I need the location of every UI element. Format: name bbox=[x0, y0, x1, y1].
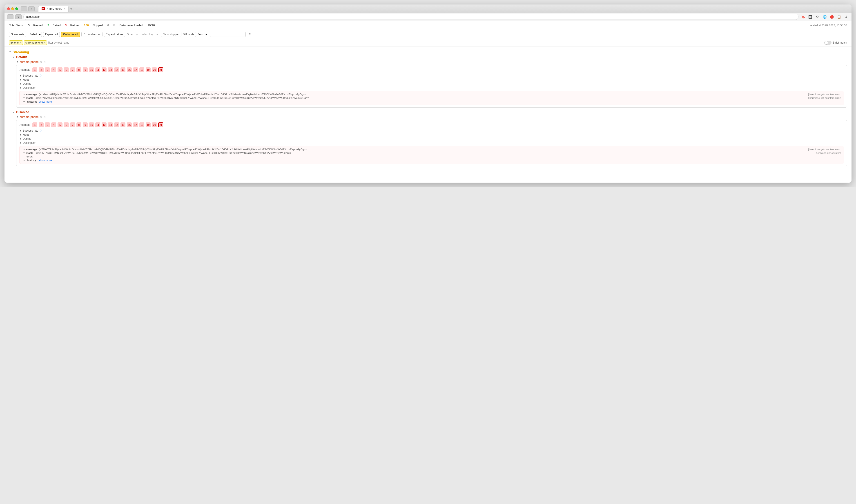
search-input[interactable] bbox=[210, 32, 246, 37]
filter-tag-chrome-phone-close[interactable]: ✕ bbox=[43, 41, 46, 44]
default-eye-icon[interactable]: 👁 bbox=[40, 61, 42, 63]
dis-attempt-4[interactable]: 4 bbox=[51, 122, 56, 127]
extension-icon3[interactable]: 🌐 bbox=[822, 14, 827, 20]
filter-tag-chrome-phone[interactable]: chrome-phone ✕ bbox=[24, 40, 47, 45]
show-tests-button[interactable]: Show tests bbox=[9, 32, 26, 37]
show-tests-select[interactable]: Failed bbox=[28, 32, 42, 37]
disabled-share-icon[interactable]: ⎘ bbox=[44, 116, 46, 119]
attempt-18[interactable]: 18 bbox=[139, 67, 144, 72]
browser-tab[interactable]: M HTML report ✕ bbox=[38, 6, 69, 12]
dis-meta-chevron[interactable]: ▼ bbox=[20, 133, 22, 136]
dis-message-chevron[interactable]: ▼ bbox=[23, 148, 25, 151]
dis-attempt-10[interactable]: 10 bbox=[89, 122, 94, 127]
dis-attempt-13[interactable]: 13 bbox=[108, 122, 113, 127]
dis-attempt-14[interactable]: 14 bbox=[114, 122, 119, 127]
attempt-2[interactable]: 2 bbox=[39, 67, 43, 72]
dis-attempt-6[interactable]: 6 bbox=[64, 122, 69, 127]
attempt-4[interactable]: 4 bbox=[51, 67, 56, 72]
attempt-20[interactable]: 20 bbox=[152, 67, 157, 72]
success-rate-chevron[interactable]: ▼ bbox=[20, 75, 22, 77]
back-button[interactable]: ‹ bbox=[21, 6, 27, 11]
stack-chevron[interactable]: ▼ bbox=[23, 97, 25, 99]
expand-retries-button[interactable]: Expand retries bbox=[104, 32, 125, 37]
history-show-more[interactable]: show more bbox=[39, 100, 52, 103]
success-rate-row[interactable]: ▼ Success rate ? bbox=[20, 74, 844, 77]
attempt-15[interactable]: 15 bbox=[121, 67, 125, 72]
attempt-12[interactable]: 12 bbox=[102, 67, 107, 72]
attempt-1[interactable]: 1 bbox=[32, 67, 37, 72]
attempt-14[interactable]: 14 bbox=[114, 67, 119, 72]
attempt-7[interactable]: 7 bbox=[70, 67, 75, 72]
attempt-8[interactable]: 8 bbox=[76, 67, 81, 72]
dis-attempt-5[interactable]: 5 bbox=[57, 122, 63, 127]
new-tab-button[interactable]: + bbox=[69, 6, 74, 12]
attempt-11[interactable]: 11 bbox=[95, 67, 100, 72]
dis-attempt-19[interactable]: 19 bbox=[146, 122, 151, 127]
filter-test-name-input[interactable] bbox=[48, 41, 82, 44]
streaming-chevron[interactable]: ▼ bbox=[9, 51, 11, 53]
dis-attempt-2[interactable]: 2 bbox=[39, 122, 43, 127]
dis-attempt-9[interactable]: 9 bbox=[83, 122, 88, 127]
dis-description-chevron[interactable]: ▼ bbox=[20, 142, 22, 144]
expand-errors-button[interactable]: Expand errors bbox=[81, 32, 102, 37]
attempt-17[interactable]: 17 bbox=[133, 67, 138, 72]
default-chevron[interactable]: ▼ bbox=[13, 56, 15, 58]
dis-meta-row[interactable]: ▼ Meta bbox=[20, 133, 844, 136]
dumps-row[interactable]: ▼ Dumps bbox=[20, 82, 844, 85]
attempt-5[interactable]: 5 bbox=[57, 67, 63, 72]
dis-attempt-1[interactable]: 1 bbox=[32, 122, 37, 127]
browser-back-icon[interactable]: ← bbox=[7, 14, 14, 19]
attempt-3[interactable]: 3 bbox=[45, 67, 50, 72]
disabled-eye-icon[interactable]: 👁 bbox=[40, 116, 42, 119]
bookmark-icon[interactable]: 🔖 bbox=[800, 14, 806, 20]
maximize-button[interactable] bbox=[15, 7, 18, 10]
success-rate-help-icon[interactable]: ? bbox=[40, 74, 41, 77]
default-chrome-phone-chevron[interactable]: ▼ bbox=[16, 61, 18, 63]
attempt-10[interactable]: 10 bbox=[89, 67, 94, 72]
tab-close-icon[interactable]: ✕ bbox=[64, 7, 65, 10]
description-row[interactable]: ▼ Description bbox=[20, 86, 844, 89]
extension-icon1[interactable]: 🔲 bbox=[807, 14, 813, 20]
dumps-chevron[interactable]: ▼ bbox=[20, 83, 22, 85]
description-chevron[interactable]: ▼ bbox=[20, 87, 22, 89]
dis-attempt-16[interactable]: 16 bbox=[127, 122, 132, 127]
expand-all-button[interactable]: Expand all bbox=[43, 32, 60, 37]
message-chevron[interactable]: ▼ bbox=[23, 93, 25, 96]
download-icon[interactable]: ⬇ bbox=[843, 14, 849, 20]
extension-icon2[interactable]: ⚙ bbox=[815, 14, 820, 20]
dis-attempt-11[interactable]: 11 bbox=[95, 122, 100, 127]
forward-button[interactable]: › bbox=[28, 6, 35, 11]
dis-attempt-18[interactable]: 18 bbox=[139, 122, 144, 127]
extension-icon4[interactable]: 🔴 bbox=[829, 14, 834, 20]
browser-refresh-icon[interactable]: ↻ bbox=[15, 14, 22, 19]
group-by-select[interactable]: select key bbox=[139, 32, 159, 37]
dis-history-chevron[interactable]: ▼ bbox=[23, 159, 25, 162]
url-bar[interactable] bbox=[23, 14, 799, 20]
attempt-21[interactable]: 21 bbox=[158, 67, 163, 72]
filter-tag-iphone[interactable]: iphone ✕ bbox=[9, 40, 23, 45]
db-chevron[interactable]: ▼ bbox=[112, 23, 116, 27]
strict-match-toggle[interactable] bbox=[824, 41, 832, 45]
dis-attempt-15[interactable]: 15 bbox=[121, 122, 125, 127]
meta-row[interactable]: ▼ Meta bbox=[20, 78, 844, 81]
minimize-button[interactable] bbox=[11, 7, 14, 10]
dis-success-rate-help-icon[interactable]: ? bbox=[40, 129, 41, 132]
dis-success-rate-row[interactable]: ▼ Success rate ? bbox=[20, 129, 844, 132]
disabled-chrome-phone-chevron[interactable]: ▼ bbox=[16, 116, 18, 118]
dis-history-show-more[interactable]: show more bbox=[39, 159, 52, 162]
default-share-icon[interactable]: ⎘ bbox=[44, 61, 46, 63]
dis-attempt-8[interactable]: 8 bbox=[76, 122, 81, 127]
dis-attempt-21[interactable]: 21 bbox=[158, 122, 163, 127]
dis-description-row[interactable]: ▼ Description bbox=[20, 141, 844, 144]
disabled-chevron[interactable]: ▼ bbox=[13, 111, 15, 113]
dis-attempt-7[interactable]: 7 bbox=[70, 122, 75, 127]
meta-chevron[interactable]: ▼ bbox=[20, 78, 22, 81]
dis-attempt-3[interactable]: 3 bbox=[45, 122, 50, 127]
collapse-all-button[interactable]: Collapse all bbox=[61, 32, 80, 37]
dis-stack-chevron[interactable]: ▼ bbox=[23, 152, 25, 154]
attempt-6[interactable]: 6 bbox=[64, 67, 69, 72]
dis-attempt-17[interactable]: 17 bbox=[133, 122, 138, 127]
show-skipped-button[interactable]: Show skipped bbox=[161, 32, 181, 37]
disabled-chrome-phone-label[interactable]: chrome-phone bbox=[20, 115, 39, 119]
attempt-13[interactable]: 13 bbox=[108, 67, 113, 72]
